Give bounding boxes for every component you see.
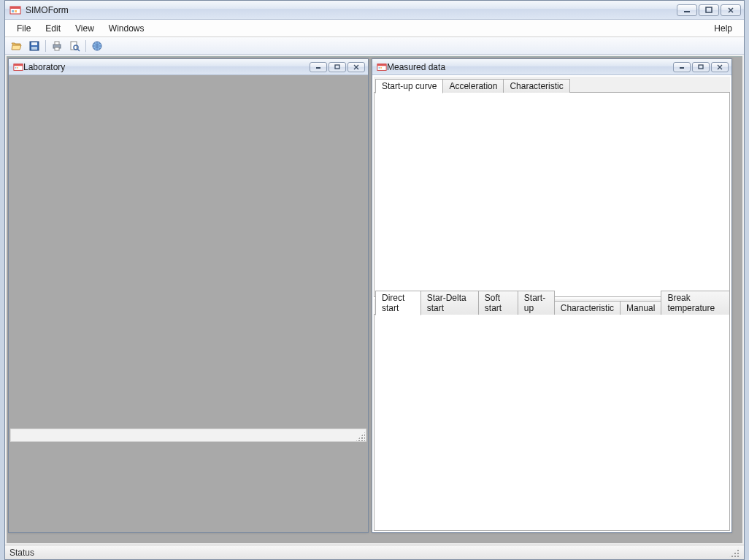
help-button[interactable] — [89, 39, 105, 53]
menu-bar: File Edit View Windows Help — [5, 20, 744, 37]
menu-windows[interactable]: Windows — [101, 21, 152, 36]
tab-startup-curve[interactable]: Start-up curve — [375, 79, 443, 93]
svg-line-14 — [77, 49, 80, 51]
lab-close-button[interactable] — [347, 62, 365, 72]
tab-break-temperature[interactable]: Break temperature — [661, 291, 730, 315]
laboratory-window: Laboratory — [8, 58, 369, 533]
resize-grip-icon — [356, 432, 365, 441]
maximize-button[interactable] — [699, 4, 719, 16]
laboratory-status-strip — [10, 429, 366, 442]
printer-icon — [51, 40, 63, 52]
laboratory-body — [9, 75, 368, 532]
toolbar-separator — [85, 40, 86, 52]
top-tab-strip: Start-up curve Acceleration Characterist… — [374, 77, 730, 93]
menu-edit[interactable]: Edit — [38, 21, 68, 36]
svg-rect-18 — [15, 67, 17, 69]
lab-minimize-button[interactable] — [310, 62, 327, 72]
measured-minimize-button[interactable] — [673, 62, 691, 72]
lab-maximize-button[interactable] — [329, 62, 346, 72]
window-buttons — [677, 4, 741, 16]
status-text: Status — [9, 548, 34, 558]
menu-file[interactable]: File — [9, 21, 38, 36]
menu-view[interactable]: View — [68, 21, 101, 36]
svg-rect-23 — [377, 64, 386, 66]
tab-acceleration[interactable]: Acceleration — [442, 79, 504, 93]
svg-rect-10 — [55, 42, 59, 45]
laboratory-title-bar: Laboratory — [9, 59, 368, 75]
form-icon — [13, 62, 23, 72]
resize-grip-icon[interactable] — [729, 548, 740, 558]
measured-maximize-button[interactable] — [692, 62, 710, 72]
tab-characteristic-b[interactable]: Characteristic — [554, 301, 621, 315]
toolbar — [5, 37, 744, 55]
window-title: SIMOForm — [26, 5, 677, 15]
tab-characteristic[interactable]: Characteristic — [503, 79, 569, 93]
app-icon — [9, 4, 21, 16]
tab-start-up[interactable]: Start-up — [518, 291, 555, 315]
svg-rect-24 — [379, 67, 380, 69]
status-bar: Status — [5, 545, 744, 559]
measured-close-button[interactable] — [711, 62, 729, 72]
toolbar-separator — [45, 40, 46, 52]
bottom-tab-panel — [374, 314, 730, 531]
svg-rect-11 — [55, 47, 59, 50]
svg-rect-7 — [31, 42, 37, 45]
minimize-button[interactable] — [677, 4, 697, 16]
top-tab-panel — [374, 92, 730, 297]
svg-rect-8 — [31, 47, 37, 50]
print-preview-button[interactable] — [66, 39, 82, 53]
svg-rect-1 — [10, 7, 20, 9]
title-bar: SIMOForm — [5, 1, 744, 20]
measured-title: Measured data — [387, 62, 673, 72]
open-button[interactable] — [9, 39, 25, 53]
magnifier-page-icon — [69, 40, 80, 52]
svg-rect-3 — [15, 10, 17, 12]
menu-help[interactable]: Help — [707, 21, 740, 36]
svg-rect-21 — [335, 65, 339, 69]
close-button[interactable] — [721, 4, 741, 16]
svg-rect-5 — [706, 7, 712, 12]
save-button[interactable] — [26, 39, 42, 53]
svg-rect-19 — [17, 67, 18, 69]
measured-body: Start-up curve Acceleration Characterist… — [372, 75, 731, 532]
folder-open-icon — [11, 40, 23, 52]
svg-rect-2 — [12, 10, 14, 12]
globe-help-icon — [91, 40, 103, 52]
laboratory-title: Laboratory — [23, 62, 310, 72]
svg-rect-27 — [699, 65, 703, 69]
mdi-client: Laboratory — [7, 56, 742, 543]
tab-soft-start[interactable]: Soft start — [478, 291, 518, 315]
print-button[interactable] — [49, 39, 65, 53]
app-window: SIMOForm File Edit View Windows Help — [4, 0, 745, 560]
measured-data-window: Measured data Start-up curve Acceleratio… — [372, 58, 732, 533]
form-icon — [377, 62, 387, 72]
measured-title-bar: Measured data — [372, 59, 731, 75]
floppy-icon — [28, 40, 40, 52]
tab-direct-start[interactable]: Direct start — [375, 291, 421, 315]
tab-star-delta-start[interactable]: Star-Delta start — [420, 291, 479, 315]
tab-manual[interactable]: Manual — [620, 301, 661, 315]
bottom-tab-strip: Direct start Star-Delta start Soft start… — [374, 299, 730, 315]
svg-rect-17 — [14, 64, 23, 66]
svg-rect-25 — [380, 67, 382, 69]
